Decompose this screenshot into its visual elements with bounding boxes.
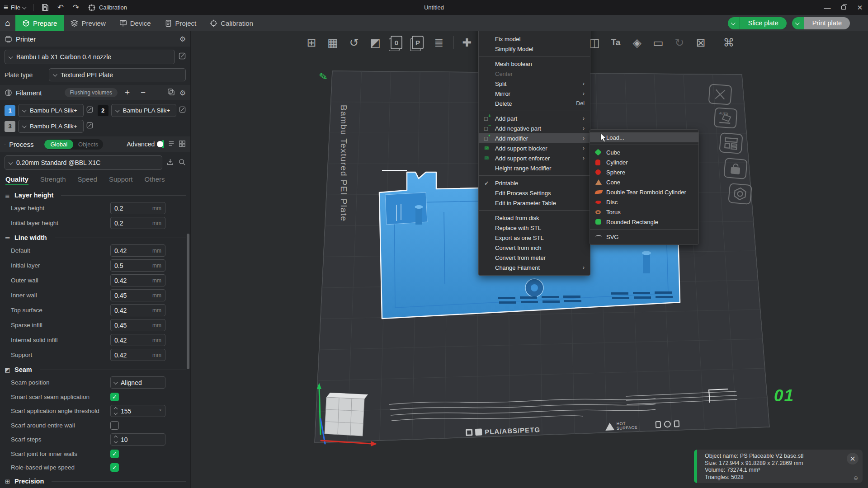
tab-project[interactable]: Project (158, 15, 203, 31)
context-menu-item[interactable]: Delete Del (479, 99, 590, 108)
context-menu-item[interactable]: Export as one STL (479, 233, 590, 243)
close-icon[interactable]: ✕ (847, 453, 859, 465)
print-plate-button[interactable]: Print plate (792, 17, 850, 29)
parameter-list-icon[interactable] (168, 140, 175, 149)
redo-button[interactable]: ↷ (68, 0, 84, 15)
context-menu-item[interactable]: Mirror › (479, 89, 590, 99)
plate-delete-button[interactable] (708, 84, 732, 105)
process-tab[interactable]: Support (109, 175, 133, 185)
context-menu-item[interactable]: Add modifier › (479, 133, 590, 143)
smart-scarf-checkbox[interactable] (110, 393, 119, 401)
initial-layer-width-input[interactable]: 0.5mm (110, 259, 165, 272)
spinner-arrows[interactable] (114, 436, 117, 443)
advanced-toggle[interactable] (162, 140, 164, 148)
process-tab[interactable]: Speed (78, 175, 97, 185)
submenu-item[interactable]: Disc (590, 197, 698, 207)
viewport-tool-icon[interactable]: ◈ (627, 33, 646, 52)
plate-auto-orient-button[interactable]: AUTO (714, 107, 738, 128)
edit-filament-icon[interactable] (86, 106, 93, 115)
viewport-tool-icon[interactable]: ↻ (670, 33, 689, 52)
seam-position-dropdown[interactable]: Aligned (110, 376, 165, 389)
search-icon[interactable] (178, 158, 186, 168)
viewport-tool-icon[interactable]: ⌘ (719, 33, 738, 52)
calibration-menu[interactable]: Calibration (84, 0, 131, 15)
context-menu-item[interactable]: Convert from inch (479, 243, 590, 253)
context-menu-item[interactable]: Height range Modifier (479, 163, 590, 173)
scarf-around-checkbox[interactable] (110, 421, 119, 430)
collapse-icon[interactable]: ⊖ (854, 475, 858, 481)
filament-dropdown[interactable]: Bambu PLA Silk+ (18, 104, 84, 117)
initial-layer-height-input[interactable]: 0.2 mm (110, 217, 165, 229)
context-menu-item[interactable]: Mesh boolean (479, 56, 590, 69)
context-menu-item[interactable]: Add negative part › (479, 123, 590, 133)
context-menu-item[interactable]: Change Filament › (479, 263, 590, 272)
context-menu-item[interactable]: Replace with STL (479, 223, 590, 233)
undo-button[interactable]: ↶ (53, 0, 68, 15)
submenu-item[interactable]: SVG (590, 229, 698, 242)
context-menu-item[interactable]: Center (479, 69, 590, 79)
viewport-tool-icon[interactable]: ⊠ (691, 33, 710, 52)
submenu-item[interactable]: Cone (590, 177, 698, 187)
context-menu-item[interactable]: Convert from meter (479, 253, 590, 263)
process-preset-dropdown[interactable]: 0.20mm Standard @BBL X1C (5, 155, 162, 170)
viewport-tool-icon[interactable] (451, 33, 455, 52)
slice-plate-button[interactable]: Slice plate (728, 17, 787, 29)
context-menu-item[interactable]: Add support blocker › (479, 143, 590, 153)
edit-printer-icon[interactable] (179, 52, 186, 61)
viewport-tool-icon[interactable]: Ta (606, 33, 625, 52)
process-tab[interactable]: Strength (40, 175, 66, 185)
tab-preview[interactable]: Preview (64, 15, 112, 31)
plate-arrange-button[interactable] (719, 132, 743, 154)
scarf-angle-stepper[interactable]: 155 ° (110, 405, 165, 417)
context-menu-item[interactable]: Add part › (479, 111, 590, 123)
remove-filament-button[interactable]: − (137, 88, 149, 98)
printer-settings-gear-icon[interactable]: ⚙ (179, 35, 186, 43)
default-width-input[interactable]: 0.42mm (110, 244, 165, 257)
edit-filament-icon[interactable] (86, 122, 93, 131)
scope-objects[interactable]: Objects (73, 140, 103, 149)
tab-device[interactable]: Device (113, 15, 158, 31)
tab-prepare[interactable]: Prepare (15, 15, 64, 31)
submenu-item[interactable]: Sphere (590, 167, 698, 177)
viewport-tool-icon[interactable]: ↺ (344, 33, 363, 52)
submenu-item[interactable]: Cylinder (590, 157, 698, 167)
context-menu-item[interactable]: Printable (479, 175, 590, 188)
flushing-volumes-button[interactable]: Flushing volumes (65, 88, 118, 97)
context-menu-item[interactable]: Split › (479, 79, 590, 89)
scarf-steps-stepper[interactable]: 10 (110, 433, 165, 446)
close-button[interactable]: ✕ (852, 0, 868, 15)
context-menu-item[interactable]: Simplify Model (479, 44, 590, 54)
tab-calibration[interactable]: Calibration (203, 15, 260, 31)
viewport-tool-icon[interactable]: ▭ (649, 33, 668, 52)
compare-icon[interactable] (179, 140, 186, 149)
context-menu-item[interactable]: Fix model (479, 34, 590, 44)
viewport-tool-icon[interactable]: 0 (391, 36, 402, 49)
submenu-item[interactable]: Torus (590, 207, 698, 217)
process-scope-toggle[interactable]: Global Objects (44, 139, 103, 150)
process-tab[interactable]: Others (145, 175, 165, 185)
plate-settings-button[interactable] (728, 183, 752, 205)
edit-filament-icon[interactable] (179, 106, 186, 115)
viewport-tool-icon[interactable]: P (412, 36, 424, 49)
plate-lock-button[interactable] (723, 158, 748, 179)
scope-global[interactable]: Global (44, 140, 73, 149)
filament-dropdown[interactable]: Bambu PLA Silk+ (111, 104, 177, 117)
spinner-arrows[interactable] (114, 408, 117, 414)
maximize-button[interactable] (835, 0, 852, 15)
print-options-dropdown[interactable] (792, 17, 804, 29)
layer-height-input[interactable]: 0.2 mm (110, 202, 165, 214)
context-menu-item[interactable]: Add support enforcer › (479, 153, 590, 163)
viewport-tool-icon[interactable]: ⊞ (302, 33, 321, 52)
viewport-tool-icon[interactable]: ≣ (429, 33, 448, 52)
sparse-infill-width-input[interactable]: 0.45mm (110, 319, 165, 331)
save-preset-icon[interactable] (166, 158, 174, 168)
file-menu[interactable]: ≡ File (0, 0, 30, 15)
role-based-wipe-checkbox[interactable] (110, 463, 119, 472)
plate-type-dropdown[interactable]: Textured PEI Plate (49, 68, 186, 81)
outer-wall-width-input[interactable]: 0.42mm (110, 274, 165, 286)
viewport-tool-icon[interactable] (712, 33, 717, 52)
inner-wall-width-input[interactable]: 0.45mm (110, 289, 165, 301)
context-menu-item[interactable]: Reload from disk (479, 210, 590, 223)
filament-settings-gear-icon[interactable]: ⚙ (179, 89, 186, 97)
printer-preset-dropdown[interactable]: Bambu Lab X1 Carbon 0.4 nozzle (5, 50, 175, 64)
